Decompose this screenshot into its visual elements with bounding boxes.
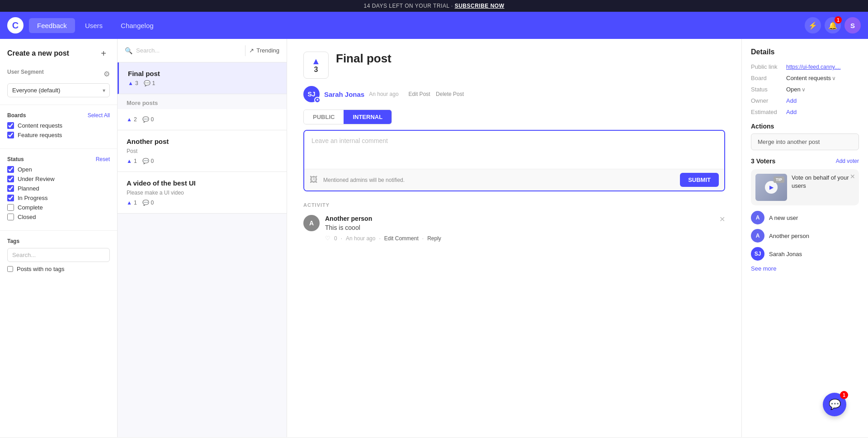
author-badge: ★ [314, 97, 321, 103]
status-complete[interactable]: Complete [7, 204, 110, 211]
user-avatar[interactable]: S [844, 17, 861, 33]
post-item-video[interactable]: A video of the best UI Please make a UI … [118, 172, 287, 214]
public-link-value[interactable]: https://ui-feed.canny.... [786, 64, 841, 70]
heart-icon[interactable]: ♡ [325, 235, 330, 242]
vote-box[interactable]: ▲ 3 [303, 52, 329, 79]
owner-add-link[interactable]: Add [786, 97, 797, 104]
tip-thumbnail[interactable]: TIP ▶ [755, 174, 787, 201]
chat-bubble[interactable]: 💬 1 [823, 393, 846, 416]
voter-name-2[interactable]: Sarah Jonas [769, 251, 802, 257]
no-tags-label[interactable]: Posts with no tags [7, 266, 110, 272]
detail-owner: Owner Add [751, 97, 859, 104]
tags-search-input[interactable] [7, 248, 110, 262]
status-closed[interactable]: Closed [7, 214, 110, 220]
vote-number-another: 1 [134, 158, 137, 164]
post-item-final-post[interactable]: Final post ▲ 3 💬 1 [118, 62, 287, 94]
board-content-requests[interactable]: Content requests [7, 122, 110, 129]
post-item-meta: ▲ 3 💬 1 [128, 80, 278, 86]
status-open-checkbox[interactable] [7, 166, 14, 173]
status-reset-link[interactable]: Reset [96, 156, 110, 162]
detail-estimated: Estimated Add [751, 109, 859, 115]
no-tags-checkbox[interactable] [7, 266, 13, 272]
tip-badge: TIP [774, 176, 784, 183]
add-voter-link[interactable]: Add voter [836, 158, 859, 164]
comment-icon: 💬 [144, 80, 151, 86]
trending-icon: ↗ [249, 47, 254, 54]
status-dropdown-icon[interactable]: ∨ [802, 86, 806, 93]
trial-banner: 14 DAYS LEFT ON YOUR TRIAL · SUBSCRIBE N… [0, 0, 868, 12]
status-complete-checkbox[interactable] [7, 204, 14, 211]
nav-changelog[interactable]: Changelog [113, 18, 162, 33]
see-more-link[interactable]: See more [751, 265, 859, 272]
subscribe-link[interactable]: SUBSCRIBE NOW [455, 3, 505, 9]
trending-button[interactable]: ↗ Trending [249, 47, 279, 54]
comment-number-2: 0 [151, 116, 154, 123]
post-item-more-votes[interactable]: ▲ 2 💬 0 [118, 109, 287, 130]
voter-name-1[interactable]: Another person [769, 233, 809, 239]
create-post-button[interactable]: + [97, 47, 110, 60]
status-planned-checkbox[interactable] [7, 185, 14, 192]
delete-post-link[interactable]: Delete Post [436, 91, 464, 97]
nav-feedback[interactable]: Feedback [29, 18, 75, 33]
right-sidebar: Details Public link https://ui-feed.cann… [741, 39, 868, 437]
gear-icon[interactable]: ⚙ [104, 70, 110, 78]
image-upload-icon[interactable]: 🖼 [310, 175, 318, 185]
left-sidebar: Create a new post + User Segment ⚙ Every… [0, 39, 118, 437]
status-under-review[interactable]: Under Review [7, 176, 110, 182]
edit-post-link[interactable]: Edit Post [409, 91, 430, 97]
detail-status: Status Open ∨ [751, 86, 859, 93]
owner-label: Owner [751, 97, 783, 104]
status-closed-checkbox[interactable] [7, 214, 14, 220]
estimated-add-link[interactable]: Add [786, 109, 797, 115]
submit-button[interactable]: SUBMIT [680, 173, 719, 187]
comment-body: Another person This is coool ♡ 0 · An ho… [325, 215, 714, 242]
select-all-link[interactable]: Select All [88, 112, 110, 119]
user-segment-select[interactable]: Everyone (default) [7, 83, 110, 97]
search-input[interactable] [136, 47, 241, 54]
status-header: Status Reset [7, 156, 110, 162]
board-feature-requests-checkbox[interactable] [7, 132, 14, 138]
comment-tabs: PUBLIC INTERNAL [303, 110, 392, 124]
board-content-requests-checkbox[interactable] [7, 122, 14, 129]
comment-close-icon[interactable]: ✕ [719, 215, 725, 242]
comment-time: An hour ago [346, 235, 375, 242]
status-under-review-checkbox[interactable] [7, 176, 14, 182]
commenter-initials: A [309, 219, 314, 227]
comment-avatar: A [303, 215, 320, 231]
tip-card-close-icon[interactable]: ✕ [850, 173, 855, 180]
voter-name-0[interactable]: A new user [769, 214, 798, 221]
post-item-another-post[interactable]: Another post Post ▲ 1 💬 0 [118, 130, 287, 172]
lightning-icon-btn[interactable]: ⚡ [805, 17, 821, 33]
nav-links: Feedback Users Changelog [29, 18, 805, 33]
user-segment-label: User Segment [7, 69, 44, 75]
author-name[interactable]: Sarah Jonas [324, 90, 364, 98]
comment-footer: 🖼 Mentioned admins will be notified. SUB… [304, 169, 724, 190]
comment-textarea[interactable] [304, 131, 724, 167]
details-title: Details [751, 48, 859, 56]
chat-bubble-container: 💬 1 [834, 404, 857, 427]
notifications-btn[interactable]: 🔔 1 [825, 17, 841, 33]
status-in-progress[interactable]: In Progress [7, 195, 110, 201]
post-detail: ▲ 3 Final post SJ ★ Sarah Jonas An hour … [287, 39, 741, 262]
nav-users[interactable]: Users [77, 18, 111, 33]
status-under-review-label: Under Review [18, 176, 55, 182]
play-icon[interactable]: ▶ [765, 181, 778, 194]
comment-count-video: 💬 0 [142, 200, 154, 206]
status-open-label: Open [18, 166, 32, 173]
tab-public[interactable]: PUBLIC [304, 110, 344, 124]
board-feature-requests[interactable]: Feature requests [7, 132, 110, 138]
edit-comment-link[interactable]: Edit Comment [384, 235, 419, 242]
tags-section: Tags Posts with no tags [0, 234, 117, 276]
tab-internal[interactable]: INTERNAL [344, 110, 392, 124]
status-planned[interactable]: Planned [7, 185, 110, 192]
board-dropdown-icon[interactable]: ∨ [832, 75, 836, 81]
upvote-icon-another: ▲ [127, 158, 132, 164]
list-divider [245, 45, 245, 56]
status-in-progress-label: In Progress [18, 195, 47, 201]
vote-number-video: 1 [134, 200, 137, 206]
merge-button[interactable]: Merge into another post [751, 133, 859, 150]
status-in-progress-checkbox[interactable] [7, 195, 14, 201]
status-open[interactable]: Open [7, 166, 110, 173]
post-item-title-video: A video of the best UI [127, 179, 278, 187]
reply-link[interactable]: Reply [427, 235, 441, 242]
